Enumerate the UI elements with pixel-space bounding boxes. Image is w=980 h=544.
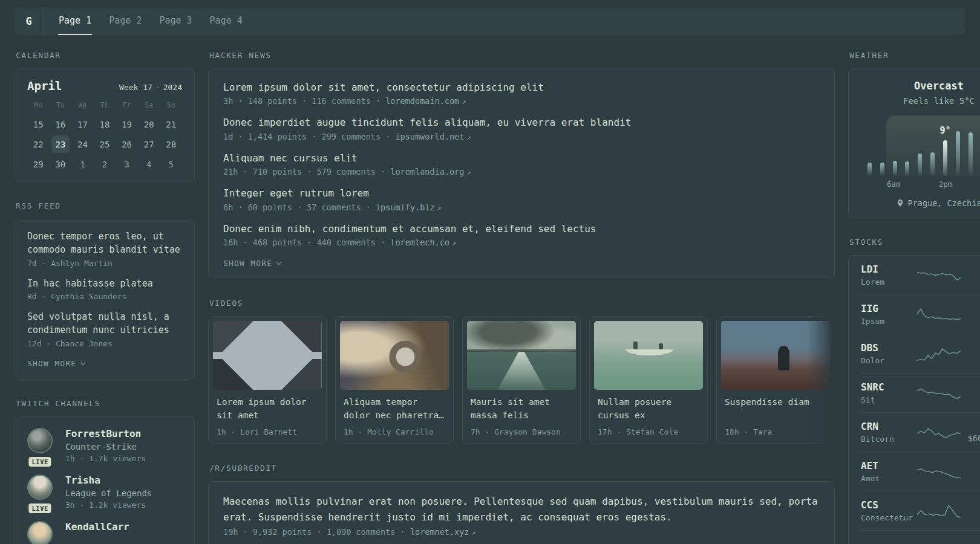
stock-name: Dolor [861,356,917,365]
channel-info: ForrestBurton Counter-Strike 1h · 1.7k v… [65,428,146,463]
video-card[interactable]: Mauris sit amet massa felis 7h · Grayson… [462,316,581,444]
weekday-label: Fr [116,101,138,113]
twitch-channel[interactable]: LIVE ForrestBurton Counter-Strike 1h · 1… [27,428,182,463]
rss-show-more-button[interactable]: SHOW MORE [27,358,85,372]
channel-game-link[interactable]: Counter-Strike [65,442,146,452]
reddit-post-title-link[interactable]: Maecenas mollis pulvinar erat non posuer… [223,494,820,525]
video-card[interactable]: Nullam posuere cursus ex 17h · Stefan Co… [589,316,708,444]
videos-widget: VIDEOS Lorem ipsum dolor sit amet consec… [208,299,835,444]
twitch-channel[interactable]: KendallCarr [27,521,182,544]
hn-title-link[interactable]: Integer eget rutrum lorem [223,187,820,200]
avatar [27,428,53,453]
calendar-day: 27 [140,135,158,153]
video-meta: 1h · Lori Barnett [217,427,318,436]
calendar-day: 20 [140,115,158,133]
stocks-card: LDILorem +4.35%$795.18 IIGIpsum +2.84%$4… [848,255,980,544]
hn-title-link[interactable]: Donec imperdiet augue tincidunt felis al… [223,116,820,129]
video-title: Lorem ipsum dolor sit amet consectetu… [217,396,318,423]
hn-title-link[interactable]: Donec enim nibh, condimentum et accumsan… [223,222,820,236]
stock-symbol: AHS [861,542,917,544]
hn-domain-link[interactable]: ipsumify.biz↗ [376,202,442,212]
channel-name-link[interactable]: ForrestBurton [65,428,146,439]
dashboard-content: CALENDAR April Week 17·2024 Mo Tu We Th … [0,35,980,544]
video-title: Nullam posuere cursus ex [598,396,699,423]
stock-row: AHS +0.46% [860,530,980,544]
time-label: 6am [887,180,901,189]
hn-meta: 16h · 468 points · 440 comments · loremt… [223,238,820,247]
tab-page-2[interactable]: Page 2 [108,7,142,35]
video-card[interactable]: Lorem ipsum dolor sit amet consectetu… 1… [208,316,327,444]
hn-domain-link[interactable]: ipsumworld.net↗ [395,132,471,141]
weekday-label: We [71,101,94,113]
weather-time-labels: 6am 2pm 10pm [861,180,980,189]
weekday-label: Sa [138,101,160,113]
channel-meta: 3h · 1.2k viewers [65,500,152,510]
logo[interactable]: G [15,7,44,35]
hn-item: Aliquam nec cursus elit 21h · 710 points… [223,152,820,176]
stock-row: AETAmet +0.92%$499.72 [860,452,980,491]
calendar-day: 18 [96,115,114,133]
video-meta: 1h · Molly Carrillo [344,427,445,436]
hackernews-widget: HACKER NEWS Lorem ipsum dolor sit amet, … [208,51,835,279]
stock-sparkline [917,265,961,285]
stock-row: CCSConsectetur +0.51%$165.84 [860,491,980,530]
channel-game-link[interactable]: League of Legends [65,488,152,498]
calendar-day: 2 [96,155,114,173]
hackernews-card: Lorem ipsum dolor sit amet, consectetur … [208,68,835,279]
weather-hourly-chart: 9° [863,115,980,176]
subreddit-widget: /R/SUBREDDIT Maecenas mollis pulvinar er… [208,464,835,544]
twitch-section-title: TWITCH CHANNELS [16,399,195,408]
video-title: Aliquam tempor dolor nec pharetra… [344,396,445,423]
video-card[interactable]: Suspendisse diam 18h · Tara [716,316,835,444]
hn-item: Donec enim nibh, condimentum et accumsan… [223,222,820,247]
calendar-section-title: CALENDAR [16,51,195,60]
stock-row: IIGIpsum +2.84%$42.04 [860,294,980,334]
stock-price: $66,171.48 [961,433,980,443]
video-thumbnail [594,321,703,390]
rss-item-link[interactable]: Sed volutpat nulla nisl, a condimentum n… [27,311,182,337]
hn-title-link[interactable]: Lorem ipsum dolor sit amet, consectetur … [223,81,820,94]
video-card[interactable]: Aliquam tempor dolor nec pharetra… 1h · … [335,316,454,444]
avatar-wrap: LIVE [27,474,55,510]
calendar-header: April Week 17·2024 [27,79,182,92]
navbar: G Page 1 Page 2 Page 3 Page 4 [15,7,965,35]
rss-widget: RSS FEED Donec tempor eros leo, ut commo… [15,201,195,380]
hn-domain-link[interactable]: loremlandia.org↗ [390,167,471,176]
hn-show-more-button[interactable]: SHOW MORE [223,257,281,271]
video-title: Mauris sit amet massa felis [471,396,572,423]
weather-bar [893,161,897,176]
external-link-icon: ↗ [452,239,456,247]
avatar [27,474,53,500]
stock-row: DBSDolor +1.42%$156.28 [860,334,980,373]
avatar-wrap: LIVE [27,428,55,463]
middle-column: HACKER NEWS Lorem ipsum dolor sit amet, … [208,51,835,544]
tab-page-1[interactable]: Page 1 [58,7,92,35]
channel-name-link[interactable]: KendallCarr [65,521,129,533]
live-badge: LIVE [29,504,51,513]
calendar-day: 21 [162,115,180,133]
calendar-day: 26 [117,135,136,153]
hn-meta: 1d · 1,414 points · 299 comments · ipsum… [223,132,820,141]
twitch-channel[interactable]: LIVE Trisha League of Legends 3h · 1.2k … [27,474,182,510]
tab-page-4[interactable]: Page 4 [209,7,243,35]
video-title: Suspendisse diam [725,396,826,423]
rss-item-link[interactable]: In hac habitasse platea [27,277,182,291]
tab-page-3[interactable]: Page 3 [158,7,192,35]
video-thumbnail [340,321,449,390]
reddit-domain-link[interactable]: loremnet.xyz↗ [410,527,476,537]
channel-name-link[interactable]: Trisha [65,474,152,486]
weather-condition: Overcast [861,80,980,92]
calendar-day: 22 [29,135,48,153]
rss-item: Donec tempor eros leo, ut commodo mauris… [27,230,182,268]
hn-title-link[interactable]: Aliquam nec cursus elit [223,152,820,165]
hn-meta: 6h · 60 points · 57 comments · ipsumify.… [223,202,820,212]
hn-domain-link[interactable]: loremtech.co↗ [390,238,456,247]
hn-domain-link[interactable]: loremdomain.com↗ [385,96,466,106]
subreddit-card: Maecenas mollis pulvinar erat non posuer… [208,481,835,544]
stock-change: +1.36% [961,382,980,392]
stock-change: +0.51% [961,500,980,510]
live-badge: LIVE [29,457,51,467]
weather-bar [918,154,922,176]
stock-change: +4.35% [961,264,980,274]
rss-item-link[interactable]: Donec tempor eros leo, ut commodo mauris… [27,230,182,257]
